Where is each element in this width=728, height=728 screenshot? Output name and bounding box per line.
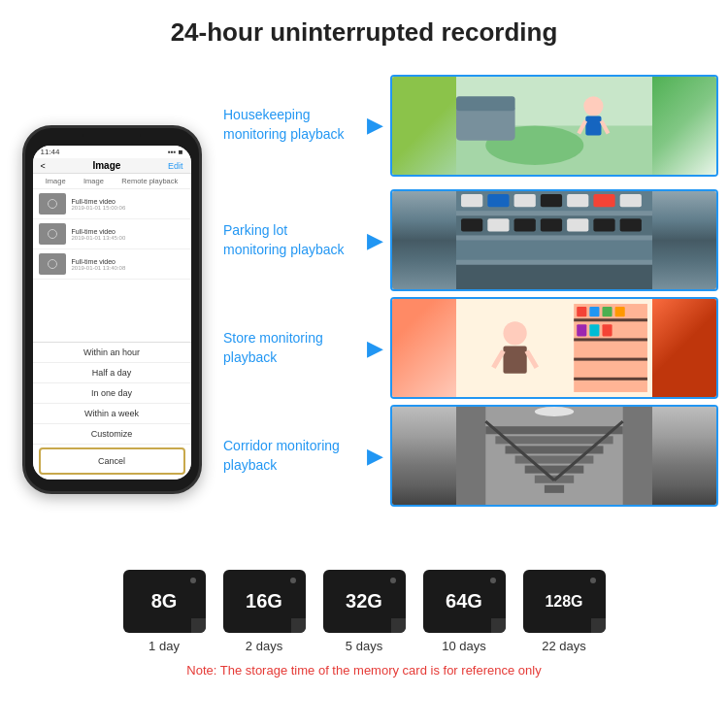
sd-item-128g: 128G 22 days <box>523 570 606 653</box>
phone-mockup: 11:44 ▪▪▪ ■ < Image Edit Image Image Rem… <box>22 125 202 494</box>
svg-rect-42 <box>503 346 526 373</box>
corridor-svg <box>392 407 716 505</box>
sd-days-8g: 1 day <box>149 639 180 653</box>
sd-days-128g: 22 days <box>542 639 586 653</box>
phone-nav-bar: < Image Edit <box>33 158 191 174</box>
item-date-3: 2019-01-01 13:40:08 <box>72 265 126 271</box>
monitoring-label-housekeeping: Housekeepingmonitoring playback <box>223 106 359 144</box>
svg-rect-27 <box>620 218 642 231</box>
svg-rect-40 <box>602 324 612 336</box>
monitoring-image-corridor <box>390 405 718 507</box>
svg-rect-32 <box>574 358 647 361</box>
svg-rect-21 <box>461 218 482 231</box>
svg-rect-17 <box>541 194 562 207</box>
phone-time: 11:44 <box>41 148 60 156</box>
svg-rect-36 <box>602 307 612 316</box>
list-item: Full-time video 2019-01-01 13:40:08 <box>33 249 191 280</box>
monitoring-image-parking <box>390 189 718 291</box>
sd-card-64g: 64G <box>423 570 506 633</box>
svg-rect-53 <box>525 466 584 474</box>
monitoring-label-parking: Parking lotmonitoring playback <box>223 221 359 259</box>
monitoring-label-store: Store monitoringplayback <box>223 329 359 367</box>
sd-card-section: 8G 1 day 16G 2 days 32G 5 days 64G 10 da… <box>0 562 728 657</box>
sd-card-128g: 128G <box>523 570 606 633</box>
phone-notch <box>83 128 141 144</box>
sd-label-32g: 32G <box>346 590 382 612</box>
svg-rect-55 <box>545 485 564 493</box>
tab-image1[interactable]: Image <box>46 177 66 185</box>
dropdown-item-customize[interactable]: Customize <box>33 424 191 445</box>
svg-rect-16 <box>514 194 536 207</box>
phone-dropdown: Within an hour Half a day In one day Wit… <box>33 342 191 480</box>
svg-rect-50 <box>495 436 612 444</box>
item-title-1: Full-time video <box>72 198 126 205</box>
svg-rect-25 <box>567 218 588 231</box>
item-date-1: 2019-01-01 15:00:06 <box>72 205 126 211</box>
sd-dot-3 <box>390 578 396 583</box>
phone-signal: ▪▪▪ ■ <box>168 148 183 156</box>
phone-edit-btn[interactable]: Edit <box>168 161 183 171</box>
sd-item-8g: 8G 1 day <box>123 570 206 653</box>
monitoring-label-corridor: Corridor monitoringplayback <box>223 437 359 475</box>
arrow-connector-2: ▶ <box>367 228 382 253</box>
svg-point-58 <box>535 407 574 416</box>
item-title-3: Full-time video <box>72 258 126 265</box>
svg-rect-8 <box>456 96 515 111</box>
store-photo <box>392 299 716 397</box>
phone-tabs: Image Image Remote playback <box>33 174 191 189</box>
svg-rect-37 <box>615 307 625 316</box>
phone-status-bar: 11:44 ▪▪▪ ■ <box>33 146 191 158</box>
svg-rect-38 <box>577 324 586 336</box>
right-monitoring-section: Housekeepingmonitoring playback ▶ <box>223 57 718 562</box>
dropdown-cancel-btn[interactable]: Cancel <box>39 447 185 475</box>
sd-card-8g: 8G <box>123 570 206 633</box>
dropdown-item-oneday[interactable]: In one day <box>33 383 191 404</box>
phone-section: 11:44 ▪▪▪ ■ < Image Edit Image Image Rem… <box>10 57 214 562</box>
svg-rect-31 <box>574 338 647 341</box>
page-title: 24-hour uninterrupted recording <box>10 17 718 48</box>
sd-days-32g: 5 days <box>346 639 382 653</box>
svg-point-41 <box>503 321 526 345</box>
play-icon <box>48 229 57 239</box>
list-item: Full-time video 2019-01-01 15:00:06 <box>33 189 191 219</box>
note-section: Note: The storage time of the memory car… <box>0 657 728 682</box>
svg-rect-26 <box>593 218 614 231</box>
sd-label-8g: 8G <box>151 590 178 612</box>
svg-rect-19 <box>593 194 614 207</box>
monitoring-row-store: Store monitoringplayback ▶ <box>223 297 718 399</box>
tab-image2[interactable]: Image <box>83 177 104 185</box>
svg-rect-12 <box>456 241 652 260</box>
parking-photo <box>392 191 716 289</box>
monitoring-row-parking: Parking lotmonitoring playback ▶ <box>223 189 718 291</box>
monitoring-row-housekeeping: Housekeepingmonitoring playback ▶ <box>223 67 718 183</box>
sd-days-64g: 10 days <box>442 639 486 653</box>
phone-screen: 11:44 ▪▪▪ ■ < Image Edit Image Image Rem… <box>33 146 191 480</box>
monitoring-image-store <box>390 297 718 399</box>
sd-item-32g: 32G 5 days <box>323 570 406 653</box>
tab-remote-playback[interactable]: Remote playback <box>121 177 178 185</box>
svg-rect-33 <box>574 378 647 381</box>
svg-rect-18 <box>567 194 588 207</box>
item-date-2: 2019-01-01 13:45:00 <box>72 235 126 241</box>
sd-item-16g: 16G 2 days <box>223 570 306 653</box>
dropdown-item-hour[interactable]: Within an hour <box>33 343 191 363</box>
arrow-connector-1: ▶ <box>367 113 382 138</box>
svg-rect-35 <box>589 307 599 316</box>
svg-rect-49 <box>485 426 622 434</box>
dropdown-item-halfday[interactable]: Half a day <box>33 363 191 383</box>
svg-rect-13 <box>456 265 652 289</box>
sd-card-16g: 16G <box>223 570 306 633</box>
sd-card-32g: 32G <box>323 570 406 633</box>
phone-back-btn[interactable]: < <box>41 161 46 171</box>
sd-label-64g: 64G <box>446 590 482 612</box>
thumb-2 <box>39 223 66 245</box>
monitoring-image-housekeeping <box>390 75 718 177</box>
play-icon <box>48 199 57 209</box>
item-title-2: Full-time video <box>72 228 126 235</box>
dropdown-item-week[interactable]: Within a week <box>33 404 191 424</box>
note-text: Note: The storage time of the memory car… <box>186 663 541 678</box>
play-icon <box>48 259 57 269</box>
sd-days-16g: 2 days <box>246 639 282 653</box>
svg-rect-14 <box>461 194 482 207</box>
svg-rect-22 <box>487 218 509 231</box>
